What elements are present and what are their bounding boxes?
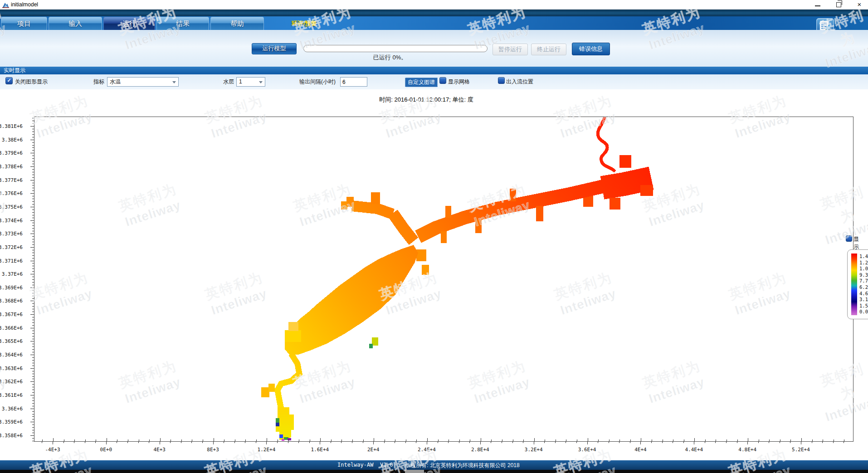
x-inner-major-tick	[588, 438, 588, 441]
y-minor-tick	[32, 169, 34, 170]
pause-run-button[interactable]: 暂停运行	[493, 44, 528, 55]
color-legend: 1.40E+11.24E+11.09E+19.31E+07.76E+06.21E…	[847, 249, 868, 319]
legend-value: 1.55E+0	[859, 303, 868, 309]
x-minor-tick	[491, 441, 491, 443]
y-minor-tick	[32, 121, 34, 121]
y-axis: 3.381E+63.38E+63.379E+63.378E+63.377E+63…	[0, 117, 34, 442]
y-tick-label: 3.359E+6	[0, 419, 23, 425]
y-major-tick	[30, 261, 34, 261]
plot-area[interactable]: 显示背景 1.40E+11.24E+11.09E+19.31E+07.76E+0…	[34, 117, 853, 442]
indicator-select[interactable]: 水温	[107, 77, 179, 87]
river-meander	[598, 118, 614, 171]
x-major-tick	[373, 441, 374, 444]
y-tick-label: 3.379E+6	[0, 150, 23, 156]
y-minor-tick	[32, 306, 34, 307]
x-tick-label: 1.2E+4	[252, 447, 281, 453]
y-major-tick	[30, 422, 34, 422]
x-minor-tick	[469, 441, 470, 443]
y-minor-tick	[32, 322, 34, 323]
x-minor-tick	[341, 441, 341, 443]
status-bar: Intelway-AW V1.0 版权所有: 北京英特利为环境科技有限公司 20…	[0, 460, 868, 470]
y-minor-tick	[32, 228, 34, 229]
y-major-tick	[30, 274, 34, 274]
legend-gradient-bar	[851, 254, 857, 315]
resize-grip[interactable]	[405, 470, 424, 473]
menu-tab-project[interactable]: 项目	[1, 17, 47, 30]
y-minor-tick	[32, 390, 34, 390]
x-minor-tick	[224, 441, 224, 443]
tab-env-warning[interactable]: 环评/预警	[292, 20, 317, 28]
progress-bar	[303, 45, 488, 52]
x-minor-tick	[780, 441, 780, 443]
y-minor-tick	[32, 158, 34, 159]
show-grid-checkbox[interactable]	[439, 77, 446, 84]
y-minor-tick	[32, 416, 34, 417]
legend-value: 3.10E+0	[859, 297, 868, 303]
title-bar: initialmodel ×	[0, 0, 868, 10]
y-minor-tick	[32, 333, 34, 334]
y-major-tick	[30, 140, 34, 140]
x-minor-tick	[609, 441, 609, 443]
x-minor-tick	[619, 441, 619, 443]
close-graph-checkbox[interactable]: ✓	[5, 77, 13, 84]
y-tick-label: 3.375E+6	[0, 204, 23, 210]
legend-value: 1.24E+1	[859, 260, 868, 266]
check-icon: ✓	[6, 78, 12, 83]
x-minor-tick	[191, 441, 192, 443]
y-minor-tick	[32, 225, 34, 226]
y-minor-tick	[32, 298, 34, 299]
menu-tab-help[interactable]: 帮助	[210, 17, 264, 30]
y-minor-tick	[32, 210, 34, 210]
legend-value: 0.00E+0	[859, 309, 868, 315]
x-minor-tick	[331, 441, 331, 443]
reservoir	[285, 245, 418, 355]
inout-flow-checkbox[interactable]	[498, 77, 505, 84]
x-minor-tick	[405, 441, 406, 443]
menu-tab-results[interactable]: 结果	[156, 17, 209, 30]
close-button[interactable]: ×	[852, 0, 867, 9]
x-minor-tick	[662, 441, 663, 443]
x-minor-tick	[309, 441, 310, 443]
x-minor-tick	[181, 441, 181, 443]
stop-run-button[interactable]: 终止运行	[531, 44, 566, 55]
x-major-tick	[640, 441, 641, 444]
x-minor-tick	[63, 441, 64, 443]
y-minor-tick	[32, 177, 34, 178]
menu-tab-input[interactable]: 输入	[49, 17, 102, 30]
show-background-checkbox[interactable]	[846, 235, 852, 242]
minimize-button[interactable]	[810, 0, 825, 9]
run-model-button[interactable]: 运行模型	[252, 43, 297, 54]
custom-spectrum-button[interactable]: 自定义图谱	[405, 78, 438, 87]
x-inner-major-tick	[801, 438, 802, 441]
y-minor-tick	[32, 339, 34, 339]
x-inner-major-tick	[320, 438, 321, 441]
copyright-text: 版权所有: 北京英特利为环境科技有限公司 2018	[405, 462, 520, 469]
y-major-tick	[30, 193, 34, 194]
y-minor-tick	[32, 360, 34, 361]
error-info-button[interactable]: 错误信息	[572, 43, 610, 55]
x-tick-label: 1.6E+4	[305, 447, 334, 453]
x-major-tick	[160, 441, 160, 444]
y-tick-label: 3.363E+6	[0, 366, 23, 371]
y-tick-label: 3.36E+6	[0, 406, 23, 412]
y-tick-label: 3.367E+6	[0, 312, 23, 317]
y-tick-label: 3.381E+6	[0, 123, 23, 129]
x-minor-tick	[245, 441, 245, 443]
x-minor-tick	[85, 441, 85, 443]
interval-input[interactable]	[340, 77, 367, 87]
x-tick-label: 4E+3	[145, 447, 174, 453]
y-minor-tick	[32, 290, 34, 291]
restore-button[interactable]	[831, 0, 846, 9]
y-minor-tick	[32, 387, 34, 387]
realtime-controls-row: ✓ 关闭图形显示 指标 水温 水层 1 输出间隔(小时) 自定义图谱 显示网格 …	[0, 74, 868, 89]
chevron-down-icon	[259, 81, 263, 83]
x-major-tick	[427, 441, 427, 444]
minimize-icon	[815, 5, 820, 6]
menu-tab-run[interactable]: 运行	[103, 17, 155, 30]
layer-select[interactable]: 1	[236, 77, 265, 87]
x-minor-tick	[149, 441, 149, 443]
x-minor-tick	[202, 441, 203, 443]
x-tick-label: 0E+0	[92, 447, 121, 453]
x-minor-tick	[555, 441, 556, 443]
y-major-tick	[30, 368, 34, 369]
